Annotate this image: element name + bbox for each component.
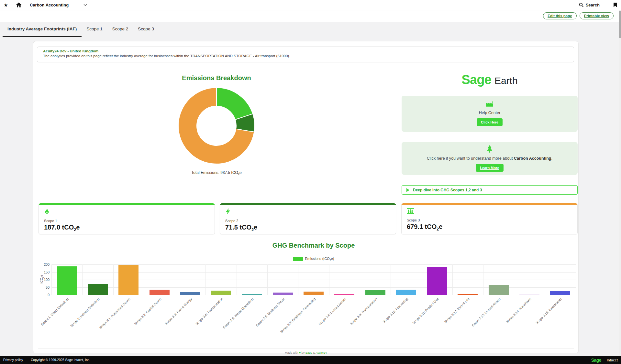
gridline-v [545, 264, 545, 295]
gridline-v [144, 264, 144, 295]
gridline-v [452, 264, 453, 295]
learn-more-button[interactable]: Learn More [476, 164, 503, 172]
sage-footer-link[interactable]: Sage [305, 351, 312, 354]
heart-icon: ♥ [299, 351, 301, 354]
x-axis-label: Scope 3.15: Investments [510, 297, 563, 350]
scope-3-unit: tCO [425, 223, 437, 230]
topbar-right: Search [579, 3, 621, 7]
by-text: by [302, 351, 305, 354]
scope-3-unit-suffix: e [439, 223, 442, 230]
lightning-icon [225, 208, 230, 215]
gridline-v [514, 264, 514, 295]
tab-scope-2[interactable]: Scope 2 [107, 22, 133, 37]
x-axis-label: Scope 3.7: Employee Commuting [263, 297, 316, 350]
gridline-v [329, 264, 329, 295]
x-axis-label: Scope 3.4: Transportation [171, 297, 224, 350]
x-axis-label: Scope 3.14: Franchises [479, 297, 532, 350]
scope-3-number: 679.1 [407, 223, 425, 230]
bar-scope-3.6-business-travel [273, 293, 293, 295]
learn-more-box: Click here if you want to understand mor… [402, 142, 578, 175]
search-button[interactable]: Search [579, 3, 600, 7]
gridline-v [360, 264, 360, 295]
page-actions: Edit this page Printable view [543, 12, 614, 19]
x-axis-label: Scope 3.13: Leased Assets [448, 297, 501, 350]
gridline-v [237, 264, 237, 295]
bottom-bar-brand: Sage Intacct [591, 358, 618, 363]
deep-dive-link[interactable]: Deep dive into GHG Scopes 1,2 and 3 [402, 185, 578, 195]
bar-scope-2-indirect-emissions [88, 284, 108, 295]
printable-view-button[interactable]: Printable view [580, 12, 614, 19]
bar-scope-3.1-purchased-goods [118, 265, 139, 295]
home-icon[interactable] [15, 1, 23, 9]
help-center-label: Help Center [402, 111, 578, 115]
star-icon[interactable]: ★ [2, 1, 10, 9]
flame-icon [44, 208, 50, 215]
bar-chart-legend: Emissions (tCO2e) [51, 257, 576, 261]
learn-more-text-prefix: Click here if you want to understand mor… [427, 156, 514, 161]
x-axis-label: Scope 3.3: Fuel & Energy [140, 297, 193, 350]
total-unit-suffix: e [239, 170, 242, 175]
x-axis-label: Scope 1: Direct Emissions [17, 297, 69, 350]
learn-more-text-suffix: . [551, 156, 552, 161]
x-axis-label: Scope 2: Indirect Emissions [47, 297, 100, 350]
screen: ★ Carbon Accounting Search Edit this pag… [0, 0, 621, 364]
help-center-box: Help Center Click Here [402, 96, 578, 132]
top-bar: ★ Carbon Accounting Search [0, 0, 621, 10]
x-axis-label: Scope 3.9: Transportation [325, 297, 378, 350]
total-text: Total Emissions: 937.5 [191, 170, 231, 175]
x-axis-label: Scope 3.5: Waste Operations [202, 297, 254, 350]
tab-scope-1[interactable]: Scope 1 [82, 22, 107, 37]
app-menu[interactable]: Carbon Accounting [30, 3, 87, 7]
sage-logo-small: Sage [591, 358, 601, 363]
scope-1-label: Scope 1 [44, 219, 209, 223]
donut-chart-title: Emissions Breakdown [132, 74, 301, 82]
play-icon [406, 188, 409, 192]
gridline-v [298, 264, 298, 295]
content-card: Acuity24 Dev - United Kingdom The analyt… [33, 41, 579, 353]
action-bar: Edit this page Printable view [0, 10, 621, 22]
scope-3-card: Scope 3 679.1 tCO2e [401, 203, 578, 234]
scope-3-label: Scope 3 [407, 218, 572, 222]
learn-more-text: Click here if you want to understand mor… [402, 156, 578, 161]
gridline-h [51, 295, 576, 295]
privacy-policy-link[interactable]: Privacy policy [3, 358, 23, 362]
deep-dive-label: Deep dive into GHG Scopes 1,2 and 3 [413, 188, 482, 192]
x-axis-label: Scope 3.2: Capital Goods [109, 297, 162, 350]
y-tick-label: 200 [39, 262, 50, 266]
info-banner-title: Acuity24 Dev - United Kingdom [43, 49, 568, 53]
gridline-v [391, 264, 391, 295]
acuity24-footer-link[interactable]: Acuity24 [316, 351, 327, 354]
scope-2-value: 71.5 tCO2e [225, 224, 391, 232]
scope-2-card: Scope 2 71.5 tCO2e [220, 203, 396, 234]
bar-chart-title: GHG Benchmark by Scope [51, 242, 576, 249]
bar-scope-3.10-processing [396, 290, 416, 295]
help-center-click-here-button[interactable]: Click Here [477, 118, 503, 126]
bar-scope-3.2-capital-goods [150, 290, 170, 295]
ampersand: & [313, 351, 315, 354]
bar-scope-3.13-leased-assets [489, 285, 509, 295]
sage-logo: Sage [461, 72, 491, 87]
tab-scope-3[interactable]: Scope 3 [133, 22, 159, 37]
earth-wordmark: Earth [494, 75, 518, 86]
scrollbar-thumb[interactable] [619, 11, 621, 38]
edit-page-button[interactable]: Edit this page [543, 12, 576, 19]
info-banner-body: The analytics provided on this page refl… [43, 54, 568, 58]
scrollbar-track[interactable] [619, 10, 621, 356]
gridline-v [267, 264, 268, 295]
gridline-v [483, 264, 483, 295]
tab-industry-average-footprints[interactable]: Industry Average Footprints (IAF) [3, 22, 82, 37]
donut-slice-scope-1 [216, 88, 253, 120]
bar-scope-3.7-employee-commuting [304, 292, 324, 295]
scope-1-unit-suffix: e [76, 224, 80, 231]
tab-bar: Industry Average Footprints (IAF) Scope … [0, 22, 621, 37]
bar-scope-3.14-franchises [519, 294, 539, 295]
donut-chart [178, 87, 255, 165]
learn-more-text-bold: Carbon Accounting [514, 156, 551, 161]
total-unit: tCO [231, 170, 238, 175]
legend-swatch [293, 257, 303, 261]
search-label: Search [586, 3, 600, 7]
x-axis-label: Scope 3.11: Product Use [387, 297, 439, 350]
x-axis-label: Scope 3.1: Purchased Goods [78, 297, 131, 350]
bookmark-icon[interactable] [613, 3, 617, 7]
footer-divider [38, 348, 574, 349]
